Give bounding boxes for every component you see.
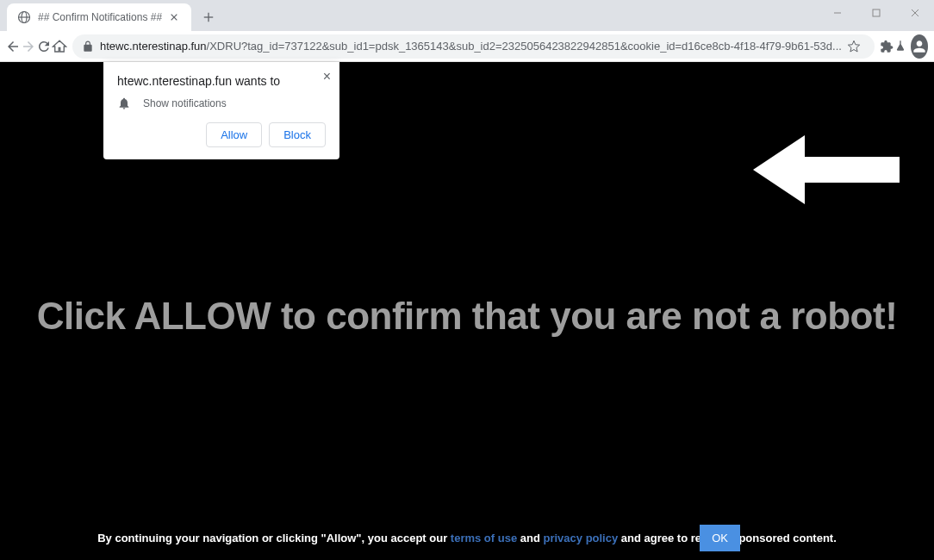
url-domain: htewc.nterestinap.fun	[100, 40, 207, 53]
lock-icon	[81, 40, 95, 53]
arrow-graphic	[753, 127, 900, 216]
forward-button[interactable]	[21, 34, 36, 59]
notification-permission-popup: × htewc.nterestinap.fun wants to Show no…	[103, 62, 339, 159]
new-tab-button[interactable]	[196, 5, 221, 29]
browser-tab[interactable]: ## Confirm Notifications ##	[7, 3, 191, 31]
minimize-button[interactable]	[818, 0, 856, 26]
main-headline: Click ALLOW to confirm that you are not …	[0, 295, 934, 338]
footer-bar: By continuing your navigation or clickin…	[0, 530, 934, 547]
svg-rect-1	[873, 9, 880, 16]
bell-icon	[117, 96, 131, 110]
address-bar[interactable]: htewc.nterestinap.fun/XDRU?tag_id=737122…	[72, 34, 875, 59]
svg-marker-14	[753, 135, 900, 204]
close-window-button[interactable]	[895, 0, 934, 26]
allow-button[interactable]: Allow	[206, 122, 262, 147]
tab-title: ## Confirm Notifications ##	[38, 11, 162, 23]
url-path: /XDRU?tag_id=737122&sub_id1=pdsk_1365143…	[207, 40, 842, 53]
popup-close-button[interactable]: ×	[323, 69, 331, 84]
ok-button[interactable]: OK	[700, 525, 740, 551]
footer-and: and	[517, 532, 543, 544]
bookmark-star-icon[interactable]	[842, 34, 866, 59]
url-text: htewc.nterestinap.fun/XDRU?tag_id=737122…	[100, 40, 842, 53]
reload-button[interactable]	[36, 34, 52, 59]
block-button[interactable]: Block	[269, 122, 326, 147]
globe-icon	[17, 10, 31, 24]
page-content: × htewc.nterestinap.fun wants to Show no…	[0, 62, 934, 560]
popup-title: htewc.nterestinap.fun wants to	[117, 74, 326, 88]
back-button[interactable]	[5, 34, 21, 59]
toolbar: htewc.nterestinap.fun/XDRU?tag_id=737122…	[0, 31, 934, 62]
profile-button[interactable]	[911, 34, 928, 59]
extensions-icon[interactable]	[880, 34, 894, 59]
terms-link[interactable]: terms of use	[451, 532, 517, 544]
tab-close-button[interactable]	[167, 10, 181, 24]
tab-bar: ## Confirm Notifications ##	[0, 0, 934, 31]
labs-icon[interactable]	[894, 34, 907, 59]
maximize-button[interactable]	[856, 0, 895, 26]
home-button[interactable]	[52, 34, 67, 59]
popup-body-text: Show notifications	[143, 97, 227, 109]
footer-pre: By continuing your navigation or clickin…	[97, 532, 451, 544]
privacy-link[interactable]: privacy policy	[543, 532, 618, 544]
